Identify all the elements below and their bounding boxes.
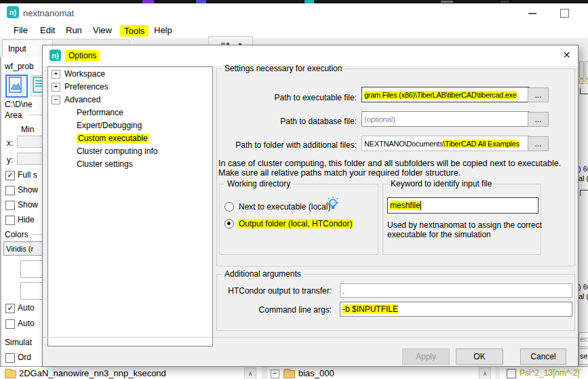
exe-path-value: gram Files (x86)\TiberLAB\tiberCAD\tiber… [364, 91, 517, 99]
dialog-close-button[interactable]: ✕ [555, 45, 578, 64]
folder-icon [5, 370, 16, 378]
ok-button[interactable]: OK [456, 348, 503, 365]
x-label: x: [7, 138, 13, 148]
menu-help[interactable]: Help [154, 25, 172, 35]
show-checkbox-2[interactable] [5, 201, 15, 210]
options-dialog: n) Options ✕ + Workspace + Preferences −… [42, 45, 579, 367]
menu-tools[interactable]: Tools [120, 25, 149, 37]
folder-path-field[interactable]: NEXTNANO\Documents\TiberCAD All Examples [361, 136, 530, 151]
show-checkbox-1[interactable] [5, 186, 15, 195]
overlay-list-panel: Psi^2_13[nm^-2] [500, 366, 588, 379]
axis-tick-fragment [580, 190, 588, 196]
dialog-footer-separator [43, 337, 578, 338]
collapse-expander-icon[interactable]: − [271, 370, 279, 378]
htcondor-output-label: HTCondor output to transfer: [218, 286, 332, 296]
menu-run[interactable]: Run [66, 25, 82, 35]
edge-text-fragment: al ( [579, 292, 588, 300]
folder-browse-button[interactable]: ... [528, 136, 549, 151]
db-browse-button[interactable]: ... [528, 112, 549, 127]
bias-folder-item[interactable]: bias_000 [298, 368, 334, 378]
titlebar: n) nextnanomat [0, 3, 588, 22]
full-checkbox[interactable]: ✓ [5, 171, 15, 180]
tree-item-workspace[interactable]: Workspace [64, 69, 105, 79]
psi-overlay-item[interactable]: Psi^2_13[nm^-2] [520, 368, 580, 378]
tree-item-performance[interactable]: Performance [77, 108, 123, 117]
tree-item-custom-executable[interactable]: Custom executable [77, 134, 149, 143]
menu-file[interactable]: File [14, 25, 28, 35]
toolbar-button-fragment [579, 61, 584, 79]
menu-view[interactable]: View [93, 25, 112, 35]
keyword-groupbox: Keyword to identify input file [383, 184, 541, 255]
text-cursor [420, 201, 421, 210]
tree-item-advanced[interactable]: Advanced [64, 95, 100, 104]
expander-advanced[interactable]: − [52, 96, 60, 104]
hide-checkbox-label: Hide [18, 215, 35, 224]
window-title: nextnanomat [23, 8, 74, 18]
hide-checkbox[interactable] [5, 216, 15, 225]
psi-checkbox[interactable] [507, 369, 516, 378]
minimize-button[interactable] [528, 13, 536, 14]
full-checkbox-label: Full s [18, 170, 37, 180]
htcondor-output-field[interactable]: . [340, 283, 572, 298]
edge-text-fragment: ) 60 [579, 165, 588, 173]
expander-preferences[interactable]: + [52, 83, 60, 92]
keyword-field[interactable]: meshfile [387, 197, 538, 214]
app-logo-icon: n) [7, 6, 19, 18]
show-checkbox-2-label: Show [18, 200, 38, 210]
auto-checkbox-1[interactable]: ✓ [5, 304, 15, 313]
db-path-label: Path to database file: [218, 117, 357, 126]
edge-text-fragment: ) 60 [579, 283, 588, 291]
cancel-button[interactable]: Cancel [520, 348, 566, 365]
show-checkbox-1-label: Show [18, 185, 38, 195]
close-icon: ✕ [563, 49, 571, 60]
exe-path-label: Path to executable file: [218, 93, 357, 102]
cmdline-args-label: Command line args: [218, 305, 332, 315]
scroll-up-button[interactable]: ∧ [479, 367, 491, 379]
exe-path-field[interactable]: gram Files (x86)\TiberLAB\tiberCAD\tiber… [361, 87, 530, 102]
radio-next-to-executable-label: Next to executable (local) [239, 202, 330, 212]
maximize-button[interactable] [560, 9, 569, 18]
axis-tick-fragment [580, 88, 588, 94]
cluster-note-line2: Make sure all relative paths match your … [218, 168, 460, 178]
edge-text-fragment: al ( [579, 174, 588, 182]
tree-item-cluster-computing-info[interactable]: Cluster computing info [77, 146, 157, 156]
file-list-panel: 2DGaN_nanowire_nn3_nnp_ksecond ∧ [0, 366, 262, 379]
simulation-group-title: Simulat [5, 338, 32, 347]
scroll-up-button[interactable]: ∧ [244, 367, 256, 379]
simulation-folder-item[interactable]: 2DGaN_nanowire_nn3_nnp_ksecond [19, 368, 166, 378]
keyword-note-line2: executable for the simulation [387, 230, 491, 239]
cluster-note-line1: In case of cluster computing, this folde… [218, 159, 561, 168]
db-path-field[interactable]: (optional) [361, 111, 530, 127]
dialog-title: Options [65, 50, 100, 61]
screen: n) nextnanomat File Edit Run View Tools … [0, 0, 588, 379]
tree-item-cluster-settings[interactable]: Cluster settings [77, 159, 133, 169]
right-edge-panel: /20 ) 60 al ( ) 60 al ( ect sele [579, 57, 588, 366]
radio-output-folder[interactable] [224, 219, 234, 228]
sidebar-path: C:\D\ne [5, 100, 33, 109]
tree-item-expert-debugging[interactable]: Expert/Debugging [77, 121, 142, 130]
auto-checkbox-1-label: Auto [18, 303, 35, 313]
radio-output-folder-label: Output folder (local, HTCondor) [237, 219, 353, 228]
order-checkbox[interactable] [5, 353, 15, 363]
image-view-button[interactable] [5, 75, 28, 98]
cmdline-args-field[interactable]: -b $INPUTFILE [340, 302, 572, 317]
options-tree-panel: + Workspace + Preferences − Advanced Per… [47, 66, 213, 346]
output-tree-panel: − bias_000 ∧ [267, 366, 495, 379]
tree-item-preferences[interactable]: Preferences [64, 82, 109, 92]
dialog-logo-icon: n) [50, 49, 61, 61]
expander-workspace[interactable]: + [52, 70, 60, 79]
exe-browse-button[interactable]: ... [528, 87, 549, 102]
edge-text-fragment: ect [580, 335, 588, 343]
cmdline-args-value: -b $INPUTFILE [342, 304, 398, 314]
radio-next-to-executable[interactable] [224, 202, 234, 212]
menu-edit[interactable]: Edit [40, 25, 55, 35]
folder-path-value-highlight: \TiberCAD All Examples [443, 140, 520, 148]
folder-path-label: Path to folder with additional files: [218, 140, 357, 150]
dropdown-fragment: sele [579, 348, 588, 365]
folder-path-value-plain: NEXTNANO\Documents [364, 140, 443, 148]
folder-icon [283, 370, 295, 378]
apply-button[interactable]: Apply [402, 348, 450, 365]
auto-checkbox-2[interactable] [5, 319, 15, 329]
image-icon [7, 76, 24, 94]
sidebar-file-name[interactable]: wf_prob [5, 62, 34, 71]
